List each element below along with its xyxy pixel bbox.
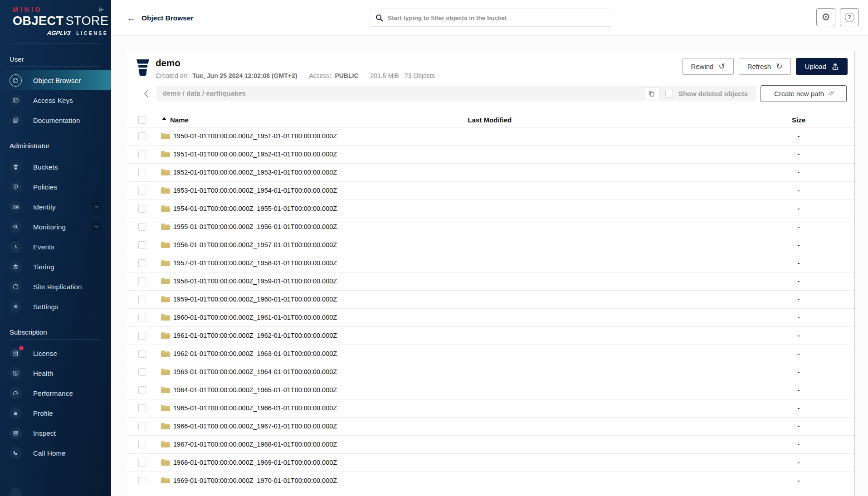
- select-all-checkbox[interactable]: [138, 116, 146, 124]
- sidebar-item-site-replication[interactable]: Site Replication: [0, 277, 111, 297]
- object-name[interactable]: 1957-01-01T00:00:00.000Z_1958-01-01T00:0…: [173, 259, 753, 267]
- table-row[interactable]: 1954-01-01T00:00:00.000Z_1955-01-01T00:0…: [127, 200, 854, 218]
- object-name[interactable]: 1962-01-01T00:00:00.000Z_1963-01-01T00:0…: [173, 350, 753, 357]
- help-button[interactable]: ?: [840, 8, 859, 26]
- sidebar-item-buckets[interactable]: Buckets: [0, 157, 111, 177]
- sidebar-collapse-button[interactable]: [96, 5, 106, 15]
- sidebar-item-performance[interactable]: Performance: [0, 383, 111, 403]
- object-name[interactable]: 1952-01-01T00:00:00.000Z_1953-01-01T00:0…: [173, 169, 753, 176]
- row-checkbox[interactable]: [138, 404, 146, 412]
- object-name[interactable]: 1967-01-01T00:00:00.000Z_1968-01-01T00:0…: [173, 441, 753, 448]
- table-row[interactable]: 1962-01-01T00:00:00.000Z_1963-01-01T00:0…: [127, 345, 854, 363]
- table-row[interactable]: 1961-01-01T00:00:00.000Z_1962-01-01T00:0…: [127, 327, 854, 345]
- chevron-down-icon[interactable]: [92, 222, 101, 231]
- object-name[interactable]: 1960-01-01T00:00:00.000Z_1961-01-01T00:0…: [173, 314, 753, 321]
- object-name[interactable]: 1954-01-01T00:00:00.000Z_1955-01-01T00:0…: [173, 205, 753, 212]
- table-row[interactable]: 1952-01-01T00:00:00.000Z_1953-01-01T00:0…: [127, 164, 854, 182]
- sidebar-item-policies[interactable]: Policies: [0, 177, 111, 197]
- row-checkbox[interactable]: [138, 169, 146, 176]
- table-row[interactable]: 1958-01-01T00:00:00.000Z_1959-01-01T00:0…: [127, 272, 854, 291]
- refresh-button[interactable]: Refresh ↻: [739, 58, 791, 75]
- settings-button[interactable]: ⚙: [816, 8, 835, 26]
- row-checkbox[interactable]: [138, 459, 146, 467]
- object-size: -: [753, 441, 844, 448]
- sidebar-item-events[interactable]: Events: [0, 237, 111, 257]
- table-row[interactable]: 1951-01-01T00:00:00.000Z_1952-01-01T00:0…: [127, 146, 854, 164]
- row-checkbox[interactable]: [138, 296, 146, 303]
- table-row[interactable]: 1968-01-01T00:00:00.000Z_1969-01-01T00:0…: [127, 454, 854, 472]
- object-name[interactable]: 1966-01-01T00:00:00.000Z_1967-01-01T00:0…: [173, 423, 753, 430]
- nav-item-icon-circle: [10, 367, 22, 379]
- table-row[interactable]: 1964-01-01T00:00:00.000Z_1965-01-01T00:0…: [127, 381, 854, 399]
- sidebar-item-license[interactable]: License: [0, 343, 111, 363]
- object-name[interactable]: 1955-01-01T00:00:00.000Z_1956-01-01T00:0…: [173, 223, 753, 230]
- row-checkbox[interactable]: [138, 241, 146, 249]
- table-row[interactable]: 1966-01-01T00:00:00.000Z_1967-01-01T00:0…: [127, 418, 854, 436]
- show-deleted-label[interactable]: Show deleted objects: [678, 90, 748, 97]
- row-checkbox[interactable]: [138, 477, 146, 483]
- object-name[interactable]: 1964-01-01T00:00:00.000Z_1965-01-01T00:0…: [173, 386, 753, 394]
- table-row[interactable]: 1953-01-01T00:00:00.000Z_1954-01-01T00:0…: [127, 182, 854, 200]
- policies-icon: [12, 184, 19, 190]
- search-input[interactable]: [388, 9, 612, 26]
- row-checkbox[interactable]: [138, 332, 146, 340]
- object-name[interactable]: 1953-01-01T00:00:00.000Z_1954-01-01T00:0…: [173, 187, 753, 194]
- sidebar-item-partial[interactable]: [10, 488, 22, 496]
- object-name[interactable]: 1959-01-01T00:00:00.000Z_1960-01-01T00:0…: [173, 296, 753, 303]
- row-checkbox[interactable]: [138, 205, 146, 213]
- inspect-icon: [12, 430, 19, 437]
- object-name[interactable]: 1963-01-01T00:00:00.000Z_1964-01-01T00:0…: [173, 368, 753, 375]
- table-row[interactable]: 1960-01-01T00:00:00.000Z_1961-01-01T00:0…: [127, 309, 854, 327]
- row-checkbox[interactable]: [138, 386, 146, 394]
- object-name[interactable]: 1965-01-01T00:00:00.000Z_1966-01-01T00:0…: [173, 404, 753, 412]
- table-row[interactable]: 1957-01-01T00:00:00.000Z_1958-01-01T00:0…: [127, 254, 854, 272]
- row-checkbox[interactable]: [138, 423, 146, 430]
- object-name[interactable]: 1969-01-01T00:00:00.000Z_1970-01-01T00:0…: [173, 477, 753, 483]
- object-name[interactable]: 1958-01-01T00:00:00.000Z_1959-01-01T00:0…: [173, 277, 753, 285]
- row-checkbox[interactable]: [138, 368, 146, 376]
- profile-icon: [12, 410, 19, 417]
- table-row[interactable]: 1965-01-01T00:00:00.000Z_1966-01-01T00:0…: [127, 399, 854, 418]
- rewind-button[interactable]: Rewind ↺: [682, 58, 733, 75]
- create-new-path-button[interactable]: Create new path ://: [761, 85, 847, 102]
- sidebar-item-monitoring[interactable]: Monitoring: [0, 217, 111, 237]
- row-checkbox[interactable]: [138, 277, 146, 285]
- sidebar-item-settings[interactable]: Settings: [0, 297, 111, 316]
- sidebar-item-health[interactable]: Health: [0, 363, 111, 383]
- path-back-button[interactable]: [136, 85, 156, 102]
- object-name[interactable]: 1968-01-01T00:00:00.000Z_1969-01-01T00:0…: [173, 459, 753, 466]
- sidebar-item-object-browser[interactable]: Object Browser: [0, 70, 111, 90]
- sidebar-item-call-home[interactable]: Call Home: [0, 443, 111, 463]
- table-row[interactable]: 1969-01-01T00:00:00.000Z_1970-01-01T00:0…: [127, 472, 854, 483]
- row-checkbox[interactable]: [138, 187, 146, 195]
- table-row[interactable]: 1955-01-01T00:00:00.000Z_1956-01-01T00:0…: [127, 218, 854, 236]
- object-name[interactable]: 1951-01-01T00:00:00.000Z_1952-01-01T00:0…: [173, 151, 753, 158]
- table-row[interactable]: 1963-01-01T00:00:00.000Z_1964-01-01T00:0…: [127, 363, 854, 381]
- chevron-down-icon[interactable]: [92, 202, 101, 211]
- row-checkbox[interactable]: [138, 132, 146, 140]
- table-row[interactable]: 1967-01-01T00:00:00.000Z_1968-01-01T00:0…: [127, 436, 854, 454]
- show-deleted-checkbox[interactable]: [665, 90, 673, 97]
- back-to-object-browser[interactable]: ← Object Browser: [127, 0, 194, 36]
- table-row[interactable]: 1959-01-01T00:00:00.000Z_1960-01-01T00:0…: [127, 291, 854, 309]
- row-checkbox[interactable]: [138, 223, 146, 231]
- table-row[interactable]: 1950-01-01T00:00:00.000Z_1951-01-01T00:0…: [127, 127, 854, 146]
- copy-path-button[interactable]: [644, 87, 659, 100]
- row-checkbox[interactable]: [138, 151, 146, 158]
- row-checkbox[interactable]: [138, 259, 146, 267]
- row-checkbox[interactable]: [138, 441, 146, 448]
- object-name[interactable]: 1956-01-01T00:00:00.000Z_1957-01-01T00:0…: [173, 241, 753, 248]
- upload-button[interactable]: Upload: [796, 58, 848, 75]
- row-checkbox[interactable]: [138, 314, 146, 321]
- column-header-name[interactable]: Name: [162, 116, 468, 124]
- sidebar-item-inspect[interactable]: Inspect: [0, 423, 111, 443]
- object-name[interactable]: 1950-01-01T00:00:00.000Z_1951-01-01T00:0…: [173, 132, 753, 140]
- sidebar-item-tiering[interactable]: Tiering: [0, 257, 111, 277]
- sidebar-item-documentation[interactable]: Documentation: [0, 110, 111, 130]
- sidebar-item-identity[interactable]: Identity: [0, 197, 111, 217]
- row-checkbox[interactable]: [138, 350, 146, 358]
- table-row[interactable]: 1956-01-01T00:00:00.000Z_1957-01-01T00:0…: [127, 236, 854, 254]
- object-name[interactable]: 1961-01-01T00:00:00.000Z_1962-01-01T00:0…: [173, 332, 753, 339]
- sidebar-item-access-keys[interactable]: Access Keys: [0, 90, 111, 110]
- sidebar-item-profile[interactable]: Profile: [0, 403, 111, 423]
